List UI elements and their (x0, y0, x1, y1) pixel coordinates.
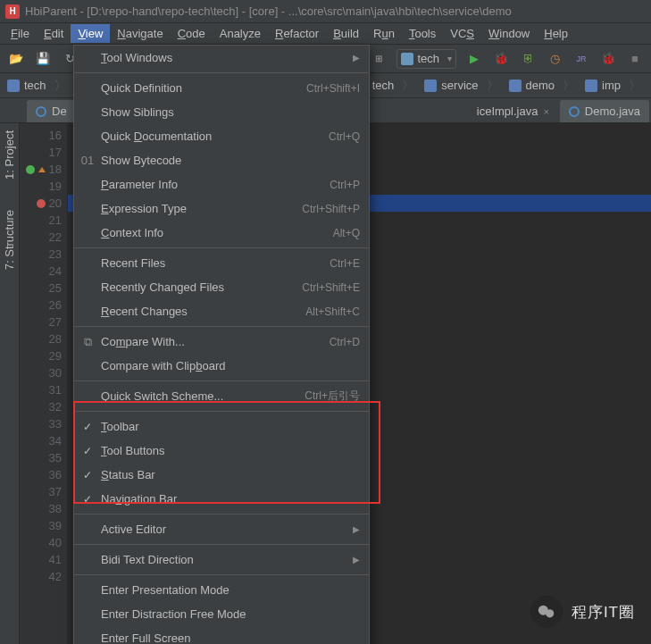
menu-view[interactable]: View (71, 24, 110, 43)
menu-item-quick-documentation[interactable]: Quick DocumentationCtrl+Q (74, 124, 369, 148)
menu-label: Enter Distraction Free Mode (101, 607, 246, 621)
menu-item-tool-windows[interactable]: Tool Windows▶ (74, 46, 369, 70)
crumb-item[interactable]: imp (581, 78, 647, 94)
separator (74, 574, 369, 575)
menu-item-status-bar[interactable]: ✓Status Bar (74, 463, 369, 487)
menu-build[interactable]: Build (326, 24, 366, 43)
menu-label: Compare with Clipboard (101, 359, 225, 372)
submenu-arrow-icon: ▶ (353, 555, 360, 565)
menu-code[interactable]: Code (171, 24, 213, 43)
gutter-line: 17 (20, 144, 67, 161)
menu-label: Status Bar (101, 468, 155, 481)
gutter-line: 19 (20, 178, 67, 195)
gutter-line: 29 (20, 347, 67, 364)
crumb-label: imp (602, 79, 621, 92)
menu-vcs[interactable]: VCS (443, 24, 481, 43)
menu-item-quick-definition[interactable]: Quick DefinitionCtrl+Shift+I (74, 76, 369, 100)
menu-label: Context Info (101, 226, 163, 239)
menu-item-show-bytecode[interactable]: 01Show Bytecode (74, 148, 369, 172)
shortcut: Ctrl+Shift+P (302, 203, 360, 215)
shortcut: Ctrl+Shift+E (302, 281, 360, 294)
open-icon[interactable]: 📂 (7, 50, 25, 68)
menu-item-enter-presentation-mode[interactable]: Enter Presentation Mode (74, 578, 369, 602)
folder-icon (585, 79, 597, 92)
bug2-icon[interactable]: 🐞 (599, 50, 617, 68)
menu-edit[interactable]: Edit (37, 24, 71, 43)
crumb-item[interactable]: demo (505, 78, 582, 94)
menu-help[interactable]: Help (537, 24, 575, 43)
menu-item-context-info[interactable]: Context InfoAlt+Q (74, 221, 369, 245)
menu-run[interactable]: Run (366, 24, 402, 43)
crumb-label: tech (24, 79, 46, 92)
class-icon (569, 106, 580, 117)
menu-label: Expression Type (101, 202, 187, 215)
menu-window[interactable]: Window (481, 24, 537, 43)
menu-label: Compare With... (101, 335, 185, 348)
run-marker-icon[interactable] (26, 165, 35, 174)
separator (74, 544, 369, 545)
gutter-line: 37 (20, 483, 67, 500)
separator (74, 411, 369, 412)
menu-item-show-siblings[interactable]: Show Siblings (74, 100, 369, 124)
menu-item-enter-full-screen[interactable]: Enter Full Screen (74, 626, 369, 644)
check-icon: ✓ (83, 421, 92, 433)
menu-item-recent-changes[interactable]: Recent ChangesAlt+Shift+C (74, 299, 369, 323)
menu-item-parameter-info[interactable]: Parameter InfoCtrl+P (74, 172, 369, 197)
stop-icon[interactable]: ■ (626, 50, 644, 68)
menu-label: Parameter Info (101, 178, 178, 191)
menu-tools[interactable]: Tools (402, 24, 443, 43)
tool-structure[interactable]: 7: Structure (1, 206, 18, 273)
menu-refactor[interactable]: Refactor (268, 24, 326, 43)
menu-analyze[interactable]: Analyze (213, 24, 268, 43)
tab-label: iceImpl.java (477, 105, 538, 118)
gutter-line: 38 (20, 500, 67, 517)
gutter-line: 21 (20, 212, 67, 229)
tab-de[interactable]: De (27, 100, 76, 122)
grid-icon[interactable]: ⊞ (370, 50, 388, 68)
menu-item-enter-distraction-free-mode[interactable]: Enter Distraction Free Mode (74, 602, 369, 626)
gutter-line: 23 (20, 246, 67, 263)
menu-item-active-editor[interactable]: Active Editor▶ (74, 517, 369, 541)
menu-item-compare-with-clipboard[interactable]: Compare with Clipboard (74, 354, 369, 378)
gutter-line: 35 (20, 449, 67, 466)
menu-item-tool-buttons[interactable]: ✓Tool Buttons (74, 439, 369, 463)
menu-label: Navigation Bar (101, 492, 177, 506)
gutter-line: 24 (20, 263, 67, 280)
label: 7: Structure (3, 210, 16, 270)
menu-item-navigation-bar[interactable]: ✓Navigation Bar (74, 487, 369, 511)
breakpoint-icon[interactable] (37, 199, 46, 208)
menu-item-bidi-text-direction[interactable]: Bidi Text Direction▶ (74, 548, 369, 572)
coverage-icon[interactable]: ⛨ (519, 50, 537, 68)
run-icon[interactable]: ▶ (465, 50, 483, 68)
diff-icon: ⧉ (80, 335, 95, 349)
shortcut: Alt+Q (333, 227, 360, 239)
close-icon[interactable]: × (543, 106, 548, 117)
crumb-root[interactable]: tech (4, 78, 73, 94)
jr-icon[interactable]: JR (572, 50, 590, 68)
menu-file[interactable]: File (4, 24, 37, 43)
check-icon: ✓ (83, 445, 92, 457)
menu-item-quick-switch-scheme-[interactable]: Quick Switch Scheme...Ctrl+后引号 (74, 384, 369, 408)
menu-label: Recent Changes (101, 305, 188, 318)
override-icon[interactable] (38, 167, 46, 172)
tab-demo[interactable]: Demo.java (560, 100, 649, 122)
tab-iceimpl[interactable]: iceImpl.java× (468, 100, 558, 122)
watermark: 程序IT圈 (530, 596, 635, 628)
run-config-select[interactable]: tech (396, 49, 456, 69)
menu-item-recently-changed-files[interactable]: Recently Changed FilesCtrl+Shift+E (74, 275, 369, 299)
menu-item-compare-with-[interactable]: ⧉Compare With...Ctrl+D (74, 330, 369, 354)
gutter-line: 30 (20, 364, 67, 381)
menu-navigate[interactable]: Navigate (110, 24, 170, 43)
profile-icon[interactable]: ◷ (546, 50, 563, 68)
menu-item-expression-type[interactable]: Expression TypeCtrl+Shift+P (74, 197, 369, 221)
menubar: FileEditViewNavigateCodeAnalyzeRefactorB… (0, 23, 651, 45)
tool-project[interactable]: 1: Project (1, 127, 18, 183)
debug-icon[interactable]: 🐞 (492, 50, 510, 68)
menu-item-toolbar[interactable]: ✓Toolbar (74, 414, 369, 439)
crumb-item[interactable]: service (421, 78, 505, 94)
gutter-line: 36 (20, 466, 67, 483)
menu-item-recent-files[interactable]: Recent FilesCtrl+E (74, 251, 369, 275)
crumb-label: demo (526, 79, 555, 92)
save-icon[interactable]: 💾 (34, 50, 52, 68)
gutter-line: 27 (20, 314, 67, 330)
